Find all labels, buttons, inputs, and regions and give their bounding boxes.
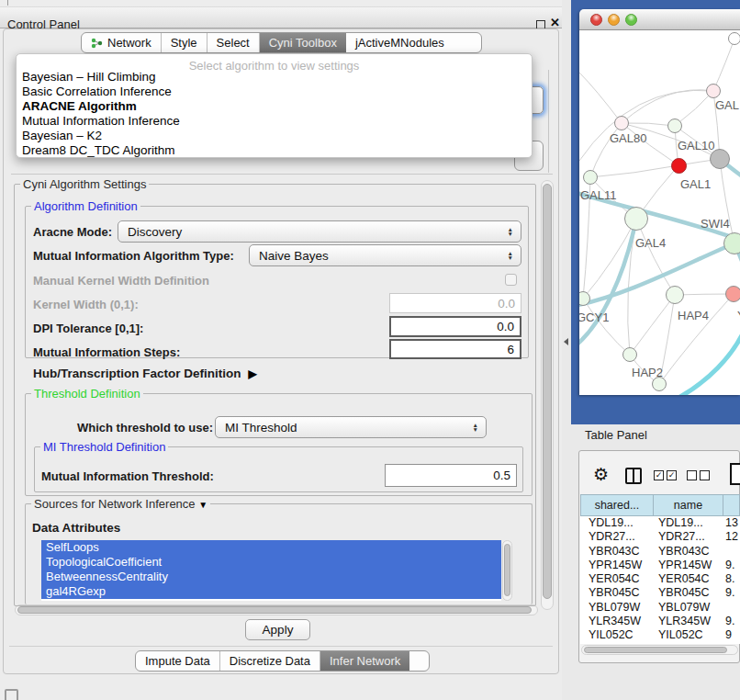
- network-node-label: GAL10: [678, 139, 714, 152]
- tab-discretize-data-label: Discretize Data: [230, 654, 310, 668]
- table-settings-gear-icon[interactable]: ⚙: [593, 464, 609, 485]
- manual-kernel-width-label: Manual Kernel Width Definition: [33, 274, 209, 288]
- network-view-window: GALGAL80GAL10GAL1GAL11SWI4GAL4GCY1HAP4YH…: [579, 9, 740, 395]
- deselect-all-checkbox-icon[interactable]: [700, 470, 710, 480]
- kernel-width-field[interactable]: 0.0: [389, 293, 521, 313]
- table-cell: 9.: [723, 559, 740, 572]
- manual-kernel-width-checkbox[interactable]: [505, 274, 517, 286]
- network-node-label: GAL: [715, 98, 739, 112]
- table-row[interactable]: YBL079WYBL079W: [580, 601, 740, 615]
- show-columns-icon[interactable]: [625, 468, 642, 484]
- network-node[interactable]: [652, 377, 667, 391]
- network-nodes-layer: GALGAL80GAL10GAL1GAL11SWI4GAL4GCY1HAP4YH…: [579, 30, 740, 395]
- attribute-list-item[interactable]: SelfLoops: [41, 540, 501, 555]
- settings-vertical-scrollbar[interactable]: [541, 180, 554, 610]
- table-cell: 9.: [723, 615, 740, 628]
- column-header-clipped[interactable]: [723, 494, 740, 516]
- mi-algorithm-type-combobox[interactable]: Naive Bayes ▲▼: [249, 244, 521, 266]
- network-node-gcy1[interactable]: [579, 291, 590, 306]
- dropdown-item[interactable]: Dream8 DC_TDC Algorithm: [17, 143, 532, 158]
- zoom-window-icon[interactable]: [625, 14, 637, 26]
- network-node-gal1[interactable]: [671, 158, 687, 174]
- network-node-hap2[interactable]: [622, 347, 637, 362]
- network-window-titlebar[interactable]: [579, 9, 740, 30]
- attributes-vertical-scrollbar[interactable]: [502, 540, 512, 601]
- scrollbar-thumb[interactable]: [584, 647, 727, 653]
- aracne-mode-combobox[interactable]: Discovery ▲▼: [118, 220, 521, 243]
- dpi-tolerance-field[interactable]: 0.0: [389, 316, 521, 337]
- deselect-all-checkbox-icon[interactable]: [687, 470, 697, 480]
- scrollbar-thumb[interactable]: [504, 544, 510, 596]
- export-table-icon[interactable]: [730, 463, 740, 485]
- tab-style[interactable]: Style: [162, 33, 207, 52]
- network-node[interactable]: [710, 149, 730, 169]
- network-node-label: GAL1: [680, 177, 711, 191]
- tab-impute-data[interactable]: Impute Data: [136, 651, 220, 671]
- dropdown-item[interactable]: Mutual Information Inference: [17, 114, 532, 129]
- hub-transcription-factor-expander[interactable]: Hub/Transcription Factor Definition▶: [33, 367, 257, 380]
- attribute-list-item[interactable]: TopologicalCoefficient: [41, 555, 501, 570]
- table-cell: YPR145W: [580, 559, 653, 572]
- select-all-checkbox-icon[interactable]: ✓: [667, 470, 677, 480]
- network-node[interactable]: [728, 32, 740, 45]
- scrollbar-thumb[interactable]: [543, 184, 552, 599]
- panel-divider[interactable]: [562, 0, 571, 700]
- close-window-icon[interactable]: [590, 14, 602, 26]
- corner-panel-toggle[interactable]: [5, 689, 18, 700]
- tab-discretize-data[interactable]: Discretize Data: [220, 651, 320, 671]
- table-cell: YBR045C: [580, 586, 653, 600]
- stepper-arrows-icon: ▲▼: [508, 227, 513, 236]
- column-header-name[interactable]: name: [653, 494, 723, 516]
- group-title: MI Threshold Definition: [40, 440, 168, 454]
- tab-infer-network-label: Infer Network: [330, 654, 400, 668]
- sources-group-title[interactable]: Sources for Network Inference ▼: [31, 497, 210, 511]
- tab-infer-network[interactable]: Infer Network: [320, 651, 409, 671]
- table-row[interactable]: YDL19...YDL19...13: [580, 516, 740, 530]
- apply-button[interactable]: Apply: [245, 619, 310, 640]
- network-node-gal4[interactable]: [624, 207, 648, 231]
- tab-cyni-toolbox[interactable]: Cyni Toolbox: [260, 33, 346, 52]
- dropdown-item[interactable]: Basic Correlation Inference: [17, 85, 532, 99]
- close-panel-icon[interactable]: ✕: [550, 16, 560, 29]
- combobox-value: Discovery: [128, 225, 182, 239]
- dropdown-item-selected[interactable]: ARACNE Algorithm: [17, 99, 532, 114]
- network-node-y[interactable]: [725, 286, 740, 302]
- control-panel-titlebar: Control Panel ✕: [0, 7, 571, 28]
- mi-steps-label: Mutual Information Steps:: [33, 345, 180, 359]
- table-cell: YBL079W: [653, 601, 723, 615]
- divider-collapse-grip[interactable]: [564, 338, 568, 345]
- mi-steps-field[interactable]: 6: [389, 339, 521, 359]
- table-row[interactable]: YBR045CYBR045C9.: [580, 586, 740, 600]
- dropdown-item[interactable]: Bayesian – K2: [17, 129, 532, 143]
- expander-arrow-icon: ▶: [249, 367, 257, 380]
- sources-title-label: Sources for Network Inference: [34, 497, 196, 511]
- scrollbar-thumb[interactable]: [17, 606, 532, 614]
- network-node-gal10[interactable]: [667, 119, 682, 133]
- table-horizontal-scrollbar[interactable]: [581, 645, 738, 655]
- attribute-list-item[interactable]: gal4RGexp: [41, 584, 501, 599]
- select-all-checkbox-icon[interactable]: ✓: [654, 470, 664, 480]
- table-row[interactable]: YER054CYER054C8.: [580, 572, 740, 586]
- table-row[interactable]: YDR27...YDR27...12: [580, 530, 740, 544]
- network-node-gal11[interactable]: [583, 170, 598, 185]
- table-row[interactable]: YIL052CYIL052C9: [580, 628, 740, 642]
- which-threshold-combobox[interactable]: MI Threshold ▲▼: [215, 416, 487, 438]
- mi-threshold-field[interactable]: 0.5: [385, 464, 517, 487]
- network-icon: [91, 38, 103, 49]
- table-row[interactable]: YBR043CYBR043C: [580, 545, 740, 559]
- network-node-hap4[interactable]: [666, 286, 684, 304]
- minimize-window-icon[interactable]: [608, 14, 620, 26]
- network-node-swi4[interactable]: [723, 232, 740, 254]
- tab-jactivemnodules[interactable]: jActiveMNodules: [346, 33, 454, 52]
- combobox-value: MI Threshold: [225, 421, 297, 435]
- stepper-arrows-icon: ▲▼: [473, 423, 478, 432]
- table-row[interactable]: YPR145WYPR145W9.: [580, 559, 740, 572]
- network-node-gal[interactable]: [706, 84, 721, 98]
- tab-select[interactable]: Select: [207, 33, 260, 52]
- network-node-gal80[interactable]: [614, 116, 629, 130]
- column-header-shared-name[interactable]: shared...: [580, 494, 653, 516]
- attribute-list-item[interactable]: BetweennessCentrality: [41, 570, 501, 584]
- network-canvas[interactable]: GALGAL80GAL10GAL1GAL11SWI4GAL4GCY1HAP4YH…: [579, 30, 740, 395]
- table-row[interactable]: YLR345WYLR345W9.: [580, 615, 740, 628]
- tab-network[interactable]: Network: [82, 33, 162, 52]
